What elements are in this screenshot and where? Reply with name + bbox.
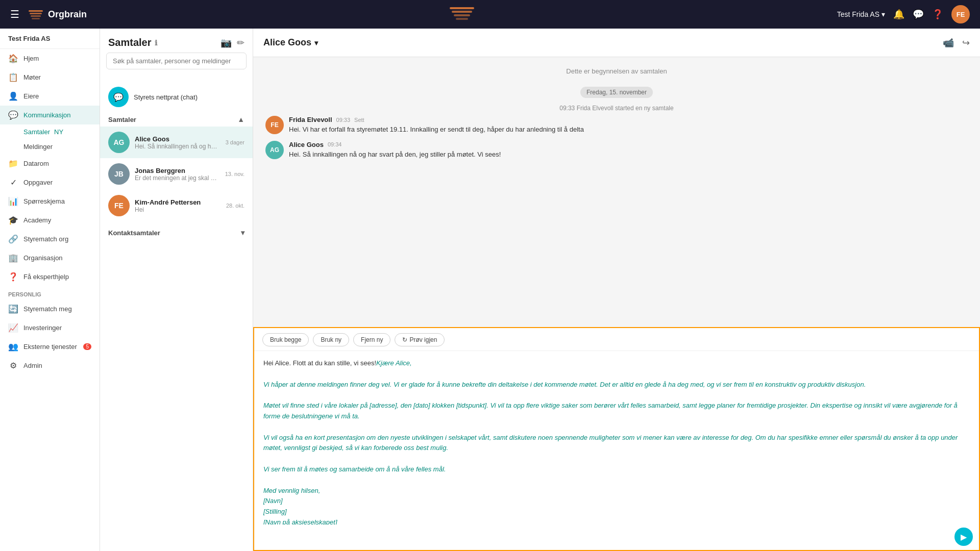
sidebar-item-organisasjon[interactable]: 🏢 Organisasjon (0, 248, 100, 267)
conv-header: Samtaler ℹ 📷 ✏ (100, 29, 253, 53)
kim-preview: Hei (135, 206, 221, 213)
styrematch-me-icon: 🔄 (8, 304, 18, 314)
svg-rect-1 (30, 13, 42, 14)
styrets-chat-icon: 💬 (108, 87, 129, 107)
chat-area: Alice Goos ▾ 📹 ↪ Dette er begynnelsen av… (253, 29, 980, 551)
alice-conv-info: Alice Goos Hei. Så innkallingen nå og ha… (135, 135, 220, 150)
help-icon[interactable]: ❓ (932, 9, 943, 20)
msg1-body: Frida Elvevoll 09:33 Sett Hei. Vi har et… (289, 116, 968, 135)
bell-icon[interactable]: 🔔 (893, 9, 904, 20)
owners-icon: 👤 (8, 91, 18, 101)
kim-time: 28. okt. (226, 203, 244, 209)
survey-icon: 📊 (8, 196, 18, 206)
sidebar-item-oppgaver[interactable]: ✓ Oppgaver (0, 173, 100, 192)
msg2-sender: Alice Goos (289, 141, 324, 148)
sidebar-item-investeringer[interactable]: 📈 Investeringer (0, 318, 100, 337)
msg2-text: Hei. Så innkallingen nå og har svart på … (289, 149, 968, 160)
conv-group-chevron[interactable]: ▲ (237, 115, 244, 123)
conv-search-input[interactable] (106, 53, 247, 69)
externe-badge: 5 (83, 343, 91, 350)
sidebar-company: Test Frida AS (0, 29, 100, 49)
conv-item-kim[interactable]: FE Kim-André Pettersen Hei 28. okt. (100, 190, 253, 221)
logo-icon (28, 6, 44, 22)
sidebar-item-admin[interactable]: ⚙ Admin (0, 356, 100, 375)
msg2-time: 09:34 (328, 141, 342, 147)
chat-contact-name[interactable]: Alice Goos ▾ (263, 37, 318, 48)
alice-name: Alice Goos (135, 135, 220, 143)
sidebar-item-styrematch[interactable]: 🔗 Styrematch org (0, 230, 100, 248)
ai-intro-text: Hei Alice. Flott at du kan stille, vi se… (263, 359, 376, 367)
conv-group-styrets (100, 76, 253, 82)
ai-content[interactable]: Hei Alice. Flott at du kan stille, vi se… (254, 351, 979, 524)
chat-name-dropdown-icon[interactable]: ▾ (314, 39, 318, 47)
dataroom-icon: 📁 (8, 159, 18, 168)
sidebar-item-datarom[interactable]: 📁 Datarom (0, 154, 100, 173)
msg2-header: Alice Goos 09:34 (289, 141, 968, 148)
msg1-sender: Frida Elvevoll (289, 116, 332, 123)
fjern-ny-btn[interactable]: Fjern ny (353, 333, 390, 346)
conv-item-jonas[interactable]: JB Jonas Berggren Er det meningen at jeg… (100, 158, 253, 190)
topbar-left: ☰ Orgbrain (10, 6, 87, 22)
sidebar: Test Frida AS 🏠 Hjem 📋 Møter 👤 Eiere 💬 K… (0, 29, 100, 551)
chat-begin-label: Dette er begynnelsen av samtalen (265, 67, 968, 75)
conv-title-help-icon[interactable]: ℹ (155, 39, 157, 47)
topbar-logo: Orgbrain (28, 6, 87, 22)
sidebar-item-styrematch-meg[interactable]: 🔄 Styrematch meg (0, 299, 100, 318)
ai-send-btn[interactable]: ▶ (954, 528, 973, 546)
sidebar-sub-meldinger[interactable]: Meldinger (0, 139, 100, 154)
video-icon[interactable]: 📹 (943, 37, 954, 48)
leave-icon[interactable]: ↪ (962, 37, 970, 48)
msg1-avatar: FE (265, 116, 284, 134)
svg-rect-4 (450, 7, 474, 9)
chat-header-icons: 📹 ↪ (943, 37, 970, 48)
svg-rect-5 (452, 11, 472, 13)
contact-group-chevron[interactable]: ▾ (241, 229, 244, 237)
invest-icon: 📈 (8, 323, 18, 333)
svg-rect-0 (29, 10, 43, 12)
conv-item-alice[interactable]: AG Alice Goos Hei. Så innkallingen nå og… (100, 127, 253, 158)
chat-icon[interactable]: 💬 (913, 9, 924, 20)
refresh-icon: ↻ (402, 336, 407, 343)
ai-compose-overlay: Bruk begge Bruk ny Fjern ny ↻ Prøv igjen… (253, 327, 980, 551)
sidebar-item-sporreskjema[interactable]: 📊 Spørreskjema (0, 192, 100, 211)
sidebar-item-eiere[interactable]: 👤 Eiere (0, 87, 100, 106)
sidebar-item-eksterne[interactable]: 👥 Eksterne tjenester 5 (0, 337, 100, 356)
jonas-preview: Er det meningen at jeg skal delt... (135, 174, 220, 182)
chat-message-1: FE Frida Elvevoll 09:33 Sett Hei. Vi har… (265, 116, 968, 135)
styrematch-icon: 🔗 (8, 234, 18, 244)
samtaler-badge: NY (54, 128, 63, 136)
ai-para3: Vi vil også ha en kort presentasjon om d… (263, 434, 958, 452)
topbar-right: Test Frida AS ▾ 🔔 💬 ❓ FE (837, 5, 970, 23)
personlig-section-label: Personlig (0, 286, 100, 299)
jonas-name: Jonas Berggren (135, 167, 220, 174)
video-call-icon[interactable]: 📷 (220, 37, 232, 48)
bruk-ny-btn[interactable]: Bruk ny (313, 333, 349, 346)
date-divider: Fredag, 15. november (265, 87, 968, 96)
topbar: ☰ Orgbrain Test Frida AS (0, 0, 980, 29)
chat-header: Alice Goos ▾ 📹 ↪ (253, 29, 980, 57)
system-message: 09:33 Frida Elvevoll started en ny samta… (265, 105, 968, 112)
user-avatar[interactable]: FE (951, 5, 970, 23)
sidebar-item-academy[interactable]: 🎓 Academy (0, 211, 100, 230)
ai-greeting: Kjære Alice, (376, 359, 412, 367)
sidebar-item-moter[interactable]: 📋 Møter (0, 68, 100, 87)
hamburger-icon[interactable]: ☰ (10, 8, 19, 20)
special-chat-styrets[interactable]: 💬 Styrets nettprat (chat) (100, 82, 253, 112)
msg1-text: Hei. Vi har et forfall fra styremøtet 19… (289, 124, 968, 135)
sidebar-item-hjem[interactable]: 🏠 Hjem (0, 49, 100, 68)
ai-para1: Vi håper at denne meldingen finner deg v… (263, 381, 866, 388)
kim-name: Kim-André Pettersen (135, 198, 221, 206)
center-logo-icon (450, 4, 474, 24)
sidebar-item-kommunikasjon[interactable]: 💬 Kommunikasjon (0, 106, 100, 124)
prov-igjen-btn[interactable]: ↻ Prøv igjen (395, 333, 445, 346)
sidebar-sub-samtaler[interactable]: Samtaler NY (0, 124, 100, 139)
sidebar-item-eksperthjelp[interactable]: ❓ Få eksperthjelp (0, 267, 100, 286)
company-name[interactable]: Test Frida AS ▾ (837, 10, 885, 18)
home-icon: 🏠 (8, 54, 18, 63)
conversations-panel: Samtaler ℹ 📷 ✏ 💬 Styrets nettprat (chat)… (100, 29, 253, 551)
org-icon: 🏢 (8, 253, 18, 263)
new-message-icon[interactable]: ✏ (237, 37, 244, 48)
bruk-begge-btn[interactable]: Bruk begge (262, 333, 309, 346)
admin-icon: ⚙ (8, 361, 18, 370)
alice-preview: Hei. Så innkallingen nå og har s... (135, 143, 220, 150)
